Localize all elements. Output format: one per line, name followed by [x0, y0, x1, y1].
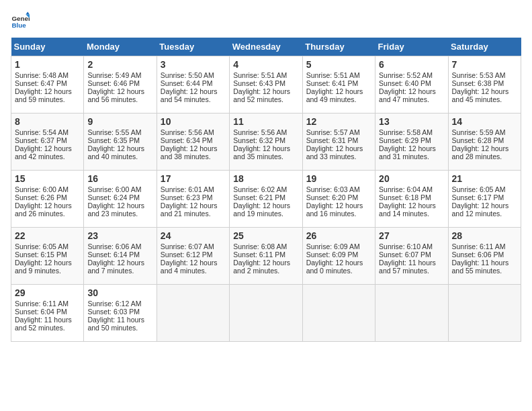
day-number: 30: [87, 287, 152, 298]
sunset: Sunset: 6:06 PM: [452, 250, 504, 259]
day-number: 26: [306, 230, 371, 241]
day-number: 24: [161, 230, 226, 241]
day-cell-19: 19Sunrise: 6:03 AMSunset: 6:20 PMDayligh…: [302, 171, 375, 228]
day-cell-14: 14Sunrise: 5:59 AMSunset: 6:28 PMDayligh…: [448, 113, 521, 171]
day-cell-29: 29Sunrise: 6:11 AMSunset: 6:04 PMDayligh…: [11, 285, 84, 342]
day-cell-3: 3Sunrise: 5:50 AMSunset: 6:44 PMDaylight…: [157, 56, 229, 113]
daylight: Daylight: 12 hours and 56 minutes.: [87, 87, 144, 103]
col-wednesday: Wednesday: [230, 38, 302, 56]
col-monday: Monday: [84, 38, 157, 56]
day-number: 2: [87, 59, 152, 70]
day-cell-8: 8Sunrise: 5:54 AMSunset: 6:37 PMDaylight…: [11, 113, 84, 171]
daylight: Daylight: 12 hours and 59 minutes.: [15, 87, 72, 103]
empty-cell: [448, 285, 521, 342]
sunset: Sunset: 6:46 PM: [87, 79, 140, 87]
sunrise: Sunrise: 5:53 AM: [452, 71, 506, 79]
sunset: Sunset: 6:11 PM: [233, 250, 285, 259]
daylight: Daylight: 12 hours and 33 minutes.: [306, 144, 363, 161]
day-number: 22: [15, 230, 80, 241]
sunset: Sunset: 6:21 PM: [233, 193, 285, 201]
sunrise: Sunrise: 5:49 AM: [87, 71, 141, 79]
daylight: Daylight: 12 hours and 54 minutes.: [161, 87, 218, 103]
daylight: Daylight: 12 hours and 7 minutes.: [87, 259, 144, 275]
daylight: Daylight: 12 hours and 21 minutes.: [161, 201, 218, 218]
daylight: Daylight: 12 hours and 14 minutes.: [379, 201, 436, 218]
sunrise: Sunrise: 5:51 AM: [306, 71, 360, 79]
day-number: 1: [15, 59, 80, 70]
day-number: 16: [87, 173, 152, 184]
day-number: 19: [306, 173, 371, 184]
daylight: Daylight: 12 hours and 52 minutes.: [233, 87, 290, 103]
sunrise: Sunrise: 6:00 AM: [15, 185, 69, 193]
daylight: Daylight: 12 hours and 2 minutes.: [233, 259, 290, 275]
daylight: Daylight: 12 hours and 38 minutes.: [161, 144, 218, 161]
daylight: Daylight: 11 hours and 57 minutes.: [379, 259, 436, 275]
sunset: Sunset: 6:18 PM: [379, 193, 431, 201]
sunset: Sunset: 6:32 PM: [233, 136, 285, 144]
sunset: Sunset: 6:43 PM: [233, 79, 285, 87]
sunset: Sunset: 6:09 PM: [306, 250, 359, 259]
sunrise: Sunrise: 5:57 AM: [306, 128, 360, 136]
sunrise: Sunrise: 5:59 AM: [452, 128, 506, 136]
sunset: Sunset: 6:26 PM: [15, 193, 67, 201]
sunrise: Sunrise: 6:00 AM: [87, 185, 141, 193]
sunset: Sunset: 6:31 PM: [306, 136, 359, 144]
header-row: Sunday Monday Tuesday Wednesday Thursday…: [11, 38, 521, 56]
day-cell-17: 17Sunrise: 6:01 AMSunset: 6:23 PMDayligh…: [157, 171, 229, 228]
sunset: Sunset: 6:07 PM: [379, 250, 431, 259]
daylight: Daylight: 12 hours and 16 minutes.: [306, 201, 363, 218]
sunrise: Sunrise: 6:03 AM: [306, 185, 360, 193]
sunrise: Sunrise: 5:55 AM: [87, 128, 141, 136]
day-number: 13: [379, 116, 444, 127]
day-cell-9: 9Sunrise: 5:55 AMSunset: 6:35 PMDaylight…: [84, 113, 157, 171]
sunset: Sunset: 6:20 PM: [306, 193, 359, 201]
sunset: Sunset: 6:29 PM: [379, 136, 431, 144]
daylight: Daylight: 11 hours and 50 minutes.: [87, 316, 144, 332]
day-number: 18: [233, 173, 298, 184]
day-number: 3: [161, 59, 226, 70]
calendar-table: Sunday Monday Tuesday Wednesday Thursday…: [11, 38, 521, 342]
day-cell-11: 11Sunrise: 5:56 AMSunset: 6:32 PMDayligh…: [230, 113, 302, 171]
sunrise: Sunrise: 6:06 AM: [87, 242, 141, 250]
sunset: Sunset: 6:24 PM: [87, 193, 140, 201]
empty-cell: [302, 285, 375, 342]
day-cell-7: 7Sunrise: 5:53 AMSunset: 6:38 PMDaylight…: [448, 56, 521, 113]
day-number: 6: [379, 59, 444, 70]
sunset: Sunset: 6:37 PM: [15, 136, 67, 144]
sunrise: Sunrise: 5:51 AM: [233, 71, 287, 79]
daylight: Daylight: 12 hours and 42 minutes.: [15, 144, 72, 161]
sunset: Sunset: 6:38 PM: [452, 79, 504, 87]
day-number: 23: [87, 230, 152, 241]
sunset: Sunset: 6:47 PM: [15, 79, 67, 87]
calendar-week-4: 22Sunrise: 6:05 AMSunset: 6:15 PMDayligh…: [11, 228, 521, 285]
daylight: Daylight: 11 hours and 52 minutes.: [15, 316, 72, 332]
sunrise: Sunrise: 6:12 AM: [87, 300, 141, 308]
day-cell-21: 21Sunrise: 6:05 AMSunset: 6:17 PMDayligh…: [448, 171, 521, 228]
day-cell-20: 20Sunrise: 6:04 AMSunset: 6:18 PMDayligh…: [375, 171, 448, 228]
daylight: Daylight: 12 hours and 47 minutes.: [379, 87, 436, 103]
sunset: Sunset: 6:23 PM: [161, 193, 213, 201]
empty-cell: [230, 285, 302, 342]
day-number: 5: [306, 59, 371, 70]
calendar-week-1: 1Sunrise: 5:48 AMSunset: 6:47 PMDaylight…: [11, 56, 521, 113]
sunset: Sunset: 6:15 PM: [15, 250, 67, 259]
day-number: 15: [15, 173, 80, 184]
sunrise: Sunrise: 5:52 AM: [379, 71, 433, 79]
daylight: Daylight: 12 hours and 28 minutes.: [452, 144, 509, 161]
col-sunday: Sunday: [11, 38, 84, 56]
day-number: 25: [233, 230, 298, 241]
sunrise: Sunrise: 5:56 AM: [233, 128, 287, 136]
day-cell-22: 22Sunrise: 6:05 AMSunset: 6:15 PMDayligh…: [11, 228, 84, 285]
day-cell-4: 4Sunrise: 5:51 AMSunset: 6:43 PMDaylight…: [230, 56, 302, 113]
daylight: Daylight: 12 hours and 4 minutes.: [161, 259, 218, 275]
day-cell-10: 10Sunrise: 5:56 AMSunset: 6:34 PMDayligh…: [157, 113, 229, 171]
sunset: Sunset: 6:12 PM: [161, 250, 213, 259]
calendar-week-3: 15Sunrise: 6:00 AMSunset: 6:26 PMDayligh…: [11, 171, 521, 228]
sunrise: Sunrise: 6:05 AM: [15, 242, 69, 250]
sunrise: Sunrise: 5:58 AM: [379, 128, 433, 136]
sunrise: Sunrise: 5:56 AM: [161, 128, 214, 136]
day-number: 29: [15, 287, 80, 298]
daylight: Daylight: 12 hours and 12 minutes.: [452, 201, 509, 218]
day-cell-6: 6Sunrise: 5:52 AMSunset: 6:40 PMDaylight…: [375, 56, 448, 113]
sunset: Sunset: 6:35 PM: [87, 136, 140, 144]
